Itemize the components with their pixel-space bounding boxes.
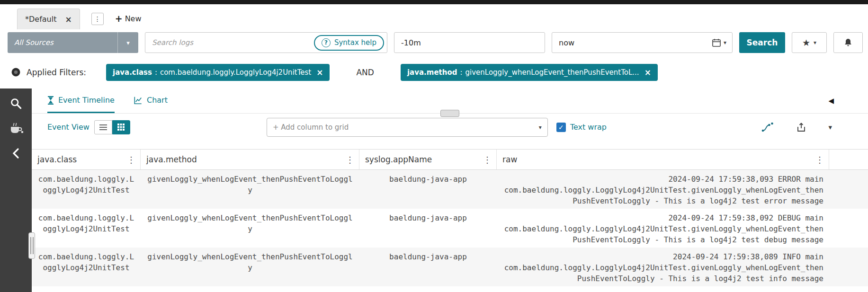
cell-java-class: com.baeldung.loggly.LogglyLog4j2UnitTest — [32, 209, 141, 248]
cell-raw: 2024-09-24 17:59:38,093 ERROR main com.b… — [497, 170, 829, 209]
chevron-down-icon: ▾ — [814, 39, 816, 46]
column-menu-icon[interactable]: ⋮ — [483, 155, 492, 165]
grid-view-button[interactable] — [112, 120, 130, 134]
column-header-java-class[interactable]: java.class ⋮ — [32, 150, 141, 169]
tab-event-timeline-label: Event Timeline — [58, 96, 115, 105]
column-header-filler — [829, 150, 868, 169]
collapse-panel-icon[interactable]: ◀ — [828, 97, 834, 105]
panel-resize-handle[interactable] — [28, 232, 35, 259]
syntax-help-button[interactable]: ? Syntax help — [314, 35, 384, 51]
grid-icon — [117, 124, 125, 131]
alerts-button[interactable] — [833, 32, 863, 53]
event-view-toolbar: Event View + Add column to grid ▾ ✓ — [32, 114, 868, 141]
filter-chip-java-class[interactable]: java.class : com.baeldung.loggly.LogglyL… — [106, 64, 330, 81]
cell-app-name: baeldung-java-app — [359, 248, 497, 286]
remove-filter-icon[interactable]: × — [316, 68, 323, 77]
column-header-raw[interactable]: raw ⋮ — [497, 150, 829, 169]
column-label: syslog.appName — [365, 155, 432, 164]
chevron-down-icon: ▾ — [539, 124, 542, 131]
left-sidebar — [0, 88, 32, 292]
cell-filler — [829, 209, 868, 248]
column-header-java-method[interactable]: java.method ⋮ — [141, 150, 359, 169]
time-from-value: -10m — [401, 38, 539, 47]
filter-separator: : — [460, 68, 462, 77]
chevron-down-icon[interactable]: ▾ — [828, 123, 832, 132]
list-view-button[interactable] — [94, 120, 112, 134]
question-circle-icon: ? — [322, 38, 331, 47]
tab-chart-label: Chart — [147, 96, 168, 105]
source-groups-value: All Sources — [8, 38, 117, 47]
tab-event-timeline[interactable]: Event Timeline — [47, 88, 115, 113]
chevron-down-icon: ▾ — [117, 32, 138, 53]
cell-java-method: givenLoggly_whenLogEvent_thenPushEventTo… — [141, 248, 359, 286]
column-menu-icon[interactable]: ⋮ — [346, 155, 354, 165]
log-row[interactable]: com.baeldung.loggly.LogglyLog4j2UnitTest… — [32, 170, 868, 209]
add-column-combobox[interactable]: + Add column to grid ▾ — [267, 118, 548, 137]
cell-filler — [829, 248, 868, 286]
applied-filters-bar: Applied Filters: java.class : com.baeldu… — [0, 56, 868, 88]
cell-java-class: com.baeldung.loggly.LogglyLog4j2UnitTest — [32, 170, 141, 209]
time-from-input[interactable]: -10m — [394, 32, 545, 53]
bell-icon — [843, 38, 853, 48]
chart-icon — [134, 96, 143, 105]
log-row[interactable]: com.baeldung.loggly.LogglyLog4j2UnitTest… — [32, 209, 868, 248]
tab-chart[interactable]: Chart — [134, 88, 168, 113]
column-label: java.method — [146, 155, 197, 164]
new-tab-button[interactable]: + New — [115, 13, 142, 24]
view-mode-toggle — [94, 120, 130, 134]
text-wrap-label: Text wrap — [570, 123, 607, 132]
top-strip — [0, 0, 868, 4]
toolbar-right-icons: ▾ — [761, 122, 868, 133]
cell-filler — [829, 170, 868, 209]
filter-operator: AND — [356, 68, 374, 77]
workspace-tab-default[interactable]: *Default × — [17, 9, 80, 29]
main-panel: Event Timeline Chart ◀ Event View — [32, 88, 868, 292]
cell-java-method: givenLoggly_whenLogEvent_thenPushEventTo… — [141, 209, 359, 248]
hourglass-icon — [47, 96, 54, 105]
column-header-syslog-appname[interactable]: syslog.appName ⋮ — [359, 150, 497, 169]
applied-filters-label: Applied Filters: — [27, 68, 86, 77]
time-to-value: now — [559, 38, 712, 47]
filter-field: java.method — [407, 68, 457, 77]
tab-menu-button[interactable]: ⋮ — [91, 13, 104, 25]
checkbox-checked-icon[interactable]: ✓ — [556, 123, 566, 132]
column-label: java.class — [37, 155, 77, 164]
plus-icon: + — [115, 13, 123, 24]
workspace-tab-bar: *Default × ⋮ + New — [0, 4, 868, 29]
filter-value: givenLoggly_whenLogEvent_thenPushEventTo… — [465, 68, 639, 77]
cell-raw: 2024-09-24 17:59:38,089 INFO main com.ba… — [497, 248, 829, 286]
calendar-icon[interactable] — [712, 38, 721, 47]
remove-filter-icon[interactable]: × — [644, 68, 651, 77]
syntax-help-label: Syntax help — [334, 38, 376, 47]
source-groups-select[interactable]: All Sources ▾ — [8, 32, 138, 53]
splitter-handle[interactable] — [440, 110, 459, 117]
column-menu-icon[interactable]: ⋮ — [815, 155, 824, 165]
search-nav-icon[interactable] — [9, 97, 22, 110]
chevron-left-icon[interactable] — [12, 148, 20, 159]
column-label: raw — [502, 155, 517, 164]
chevron-down-icon[interactable]: ▾ — [724, 39, 726, 46]
search-logs-input[interactable]: Search logs ? Syntax help — [145, 32, 387, 53]
close-tab-icon[interactable]: × — [65, 15, 72, 24]
filter-field: java.class — [113, 68, 152, 77]
time-to-input[interactable]: now ▾ — [552, 32, 733, 53]
filter-chip-java-method[interactable]: java.method : givenLoggly_whenLogEvent_t… — [401, 64, 658, 81]
column-menu-icon[interactable]: ⋮ — [127, 155, 135, 165]
cell-java-class: com.baeldung.loggly.LogglyLog4j2UnitTest — [32, 248, 141, 286]
new-tab-label: New — [125, 14, 142, 23]
java-icon[interactable] — [8, 122, 24, 135]
analyze-icon[interactable] — [761, 122, 774, 133]
text-wrap-checkbox[interactable]: ✓ Text wrap — [556, 123, 607, 132]
loggly-app: *Default × ⋮ + New All Sources ▾ Search … — [0, 0, 868, 292]
search-button[interactable]: Search — [739, 32, 785, 53]
filter-separator: : — [155, 68, 157, 77]
event-view-label: Event View — [47, 123, 89, 132]
export-icon[interactable] — [796, 122, 806, 133]
star-icon: ★ — [802, 37, 810, 48]
grid-header: java.class ⋮ java.method ⋮ syslog.appNam… — [32, 149, 868, 170]
saved-searches-button[interactable]: ★ ▾ — [792, 32, 827, 53]
list-icon — [99, 124, 107, 130]
search-bar: All Sources ▾ Search logs ? Syntax help … — [0, 29, 868, 56]
log-row[interactable]: com.baeldung.loggly.LogglyLog4j2UnitTest… — [32, 248, 868, 286]
filters-icon — [11, 67, 21, 77]
